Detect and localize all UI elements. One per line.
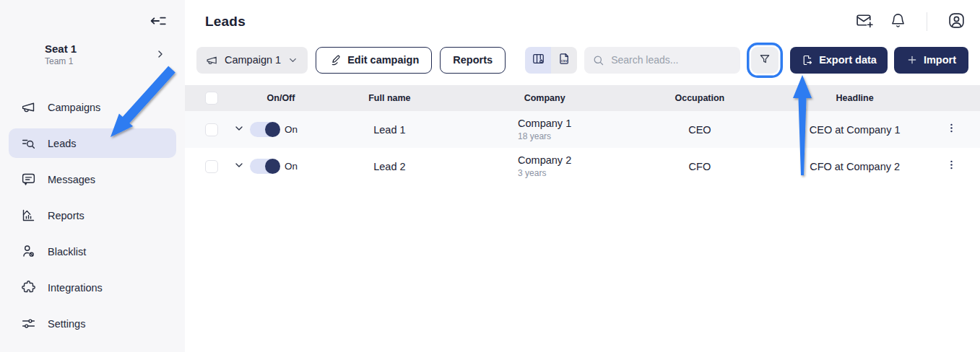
row-checkbox[interactable] <box>205 123 218 136</box>
bell-icon <box>890 12 906 31</box>
chat-bubble-icon <box>20 172 36 188</box>
column-header-full-name: Full name <box>312 93 467 103</box>
view-toggle: CSV <box>525 47 577 74</box>
mail-plus-icon <box>856 12 874 32</box>
sidebar-item-campaigns[interactable]: Campaigns <box>9 92 176 122</box>
topbar: Leads <box>185 0 980 43</box>
account-button[interactable] <box>948 12 966 32</box>
search-box <box>584 47 740 74</box>
puzzle-icon <box>20 280 36 296</box>
lead-occupation: CEO <box>623 124 778 136</box>
plus-icon <box>906 54 918 66</box>
expand-row-button[interactable] <box>228 159 250 174</box>
lead-search-icon <box>20 136 36 151</box>
csv-view-button[interactable]: CSV <box>551 47 577 74</box>
toggle-knob <box>265 159 280 174</box>
edit-pencil-icon <box>329 54 341 66</box>
kebab-menu-icon <box>945 122 958 137</box>
chart-icon <box>20 208 36 224</box>
sidebar-nav: Campaigns Leads Messages <box>0 92 185 338</box>
sidebar-item-label: Settings <box>48 318 85 330</box>
campaign-selector-label: Campaign 1 <box>225 54 281 66</box>
reports-button[interactable]: Reports <box>440 47 506 74</box>
search-icon <box>592 54 604 66</box>
sidebar-item-settings[interactable]: Settings <box>9 309 176 338</box>
table-view-button[interactable] <box>525 47 551 74</box>
lead-headline: CFO at Company 2 <box>777 161 932 172</box>
lead-onoff-toggle[interactable] <box>250 122 280 137</box>
seat-title: Seat 1 <box>45 43 168 55</box>
edit-campaign-label: Edit campaign <box>347 54 419 66</box>
edit-campaign-button[interactable]: Edit campaign <box>316 47 432 74</box>
page-title: Leads <box>205 14 246 30</box>
export-data-label: Export data <box>819 54 877 66</box>
lead-occupation: CFO <box>623 161 778 172</box>
sidebar-item-label: Reports <box>48 210 84 221</box>
seat-selector[interactable]: Seat 1 Team 1 <box>0 43 185 66</box>
topbar-divider <box>927 12 927 31</box>
table-settings-icon <box>532 52 545 68</box>
toggle-knob <box>265 122 280 137</box>
sidebar: Seat 1 Team 1 Campaigns <box>0 0 185 352</box>
reports-button-label: Reports <box>453 54 493 66</box>
funnel-icon <box>758 53 771 68</box>
lead-company-tenure: 18 years <box>518 131 571 141</box>
sidebar-item-blacklist[interactable]: Blacklist <box>9 237 176 266</box>
lead-headline: CEO at Company 1 <box>777 124 932 136</box>
app-window: Seat 1 Team 1 Campaigns <box>0 0 980 352</box>
notifications-button[interactable] <box>890 12 906 31</box>
leads-table: On/Off Full name Company Occupation Head… <box>185 85 980 185</box>
row-menu-button[interactable] <box>932 122 970 137</box>
user-blocked-icon <box>20 244 36 260</box>
chevron-down-icon <box>287 55 298 66</box>
import-label: Import <box>924 54 956 66</box>
chevron-down-icon <box>233 123 245 137</box>
kebab-menu-icon <box>945 159 958 174</box>
campaign-selector[interactable]: Campaign 1 <box>196 47 308 74</box>
lead-company: Company 1 <box>518 118 571 129</box>
collapse-sidebar-icon <box>149 12 168 32</box>
table-row: On Lead 2 Company 2 3 years CFO CFO at C… <box>185 148 980 185</box>
column-header-occupation: Occupation <box>623 93 778 103</box>
column-header-onoff: On/Off <box>250 93 312 103</box>
invite-button[interactable] <box>856 12 874 32</box>
lead-full-name: Lead 2 <box>312 161 467 172</box>
sidebar-item-label: Leads <box>48 138 77 149</box>
lead-company: Company 2 <box>518 154 571 166</box>
lead-onoff-toggle[interactable] <box>250 159 280 174</box>
sidebar-item-label: Campaigns <box>48 102 100 113</box>
chevron-right-icon <box>155 48 166 63</box>
import-button[interactable]: Import <box>894 47 968 74</box>
svg-text:CSV: CSV <box>560 59 567 63</box>
chevron-down-icon <box>233 159 245 174</box>
search-leads-input[interactable] <box>611 54 732 66</box>
csv-file-icon: CSV <box>558 52 571 68</box>
lead-full-name: Lead 1 <box>312 124 467 136</box>
main-content: Leads <box>185 0 980 352</box>
seat-subtitle: Team 1 <box>45 56 168 66</box>
column-header-company: Company <box>467 93 623 103</box>
filter-button[interactable] <box>751 47 779 74</box>
select-all-checkbox[interactable] <box>205 92 218 105</box>
expand-row-button[interactable] <box>228 123 250 137</box>
collapse-sidebar-button[interactable] <box>149 12 168 32</box>
megaphone-icon <box>20 100 36 115</box>
column-header-headline: Headline <box>777 93 932 103</box>
user-avatar-icon <box>948 12 966 32</box>
sidebar-item-integrations[interactable]: Integrations <box>9 273 176 302</box>
sidebar-item-label: Integrations <box>48 282 103 294</box>
sidebar-item-reports[interactable]: Reports <box>9 201 176 230</box>
lead-company-tenure: 3 years <box>518 168 571 178</box>
sidebar-item-leads[interactable]: Leads <box>9 128 176 158</box>
sidebar-item-label: Blacklist <box>48 246 86 258</box>
sliders-icon <box>20 316 36 332</box>
sidebar-item-messages[interactable]: Messages <box>9 164 176 194</box>
export-data-button[interactable]: Export data <box>790 47 888 74</box>
row-menu-button[interactable] <box>932 159 970 174</box>
toggle-state-label: On <box>285 124 298 135</box>
toggle-state-label: On <box>285 161 298 172</box>
table-header-row: On/Off Full name Company Occupation Head… <box>185 85 980 111</box>
export-file-icon <box>801 54 813 66</box>
table-row: On Lead 1 Company 1 18 years CEO CEO at … <box>185 111 980 148</box>
row-checkbox[interactable] <box>205 160 218 173</box>
